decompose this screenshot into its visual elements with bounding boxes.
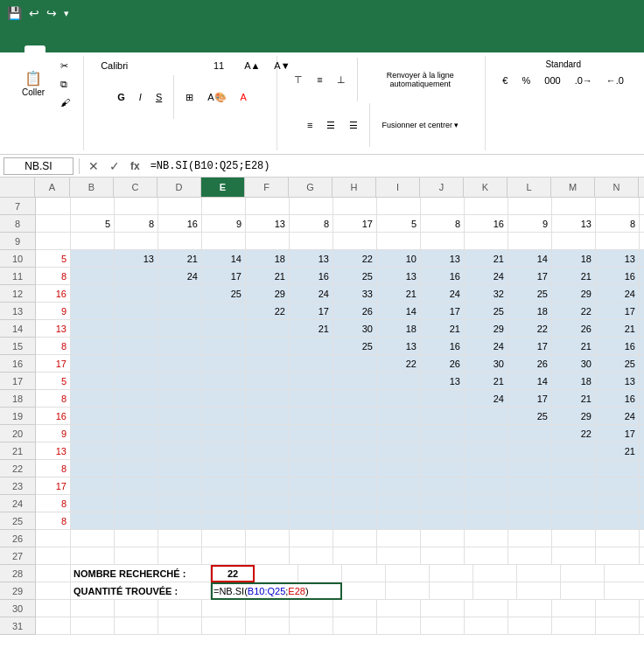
- cell-D16[interactable]: [158, 355, 202, 373]
- cell-H17[interactable]: [333, 373, 377, 390]
- cell-K21[interactable]: [465, 442, 508, 460]
- cell-I12[interactable]: 21: [377, 285, 421, 303]
- tab-mise-en-page[interactable]: [66, 45, 88, 52]
- cell-B30[interactable]: [71, 600, 115, 617]
- coller-button[interactable]: 📋 Coller: [14, 67, 52, 101]
- cell-K19[interactable]: [465, 408, 508, 425]
- cell-L23[interactable]: [508, 477, 552, 495]
- cell-D14[interactable]: [158, 320, 202, 338]
- cell-O16[interactable]: 34: [640, 355, 644, 373]
- cell-M12[interactable]: 29: [552, 285, 596, 303]
- cell-A30[interactable]: [36, 600, 71, 617]
- cell-N30[interactable]: [596, 600, 640, 617]
- cell-A26[interactable]: [36, 530, 71, 547]
- cell-H8[interactable]: 17: [333, 215, 377, 233]
- cell-C25[interactable]: [115, 512, 158, 530]
- cell-M9[interactable]: [552, 233, 596, 250]
- cell-D25[interactable]: [158, 512, 202, 530]
- cell-I22[interactable]: [377, 460, 421, 477]
- cell-M24[interactable]: [552, 495, 596, 512]
- row-header-30[interactable]: 30: [0, 600, 35, 617]
- row-header-22[interactable]: 22: [0, 460, 35, 477]
- cell-L16[interactable]: 26: [508, 355, 552, 373]
- cell-E25[interactable]: [202, 512, 246, 530]
- cell-J30[interactable]: [421, 600, 465, 617]
- row-header-19[interactable]: 19: [0, 408, 35, 425]
- cell-J8[interactable]: 8: [421, 215, 465, 233]
- cell-H24[interactable]: [333, 495, 377, 512]
- cell-L14[interactable]: 22: [508, 320, 552, 338]
- cell-O22[interactable]: 25: [640, 460, 644, 477]
- cell-B24[interactable]: [71, 495, 115, 512]
- cell-J23[interactable]: [421, 477, 465, 495]
- cell-E29[interactable]: =NB.SI(B10:Q25;E28): [211, 582, 342, 600]
- wrap-text-button[interactable]: Renvoyer à la ligne automatiquement: [362, 68, 478, 91]
- cell-C16[interactable]: [115, 355, 158, 373]
- cell-A17[interactable]: 5: [36, 373, 71, 390]
- cell-I30[interactable]: [377, 600, 421, 617]
- cell-L19[interactable]: 25: [508, 408, 552, 425]
- cell-M18[interactable]: 21: [552, 390, 596, 408]
- cell-O21[interactable]: 30: [640, 442, 644, 460]
- cell-E26[interactable]: [202, 530, 246, 547]
- cell-G25[interactable]: [290, 512, 333, 530]
- cell-F17[interactable]: [246, 373, 290, 390]
- cell-G11[interactable]: 16: [290, 268, 333, 285]
- cancel-formula-button[interactable]: ✕: [85, 157, 102, 175]
- increase-decimal-button[interactable]: .0→: [569, 73, 598, 88]
- tab-fichier[interactable]: [4, 45, 24, 52]
- font-color-button[interactable]: A: [234, 89, 253, 105]
- cell-C21[interactable]: [115, 442, 158, 460]
- cell-H31[interactable]: [333, 617, 377, 635]
- cell-K26[interactable]: [465, 530, 508, 547]
- cell-B10[interactable]: [71, 250, 115, 268]
- cell-I7[interactable]: [377, 198, 421, 215]
- cell-A11[interactable]: 8: [36, 268, 71, 285]
- cell-J19[interactable]: [421, 408, 465, 425]
- cell-E9[interactable]: [202, 233, 246, 250]
- merge-center-button[interactable]: Fusionner et centrer ▾: [375, 118, 465, 132]
- cell-I20[interactable]: [377, 425, 421, 442]
- cell-A28[interactable]: [36, 565, 71, 582]
- cell-D8[interactable]: 16: [158, 215, 202, 233]
- cell-G9[interactable]: [290, 233, 333, 250]
- cell-D15[interactable]: [158, 338, 202, 355]
- cell-H9[interactable]: [333, 233, 377, 250]
- cell-F19[interactable]: [246, 408, 290, 425]
- cell-N10[interactable]: 13: [596, 250, 640, 268]
- cell-F9[interactable]: [246, 233, 290, 250]
- cell-I19[interactable]: [377, 408, 421, 425]
- cell-J21[interactable]: [421, 442, 465, 460]
- cell-E28[interactable]: 22: [211, 565, 255, 582]
- cell-B20[interactable]: [71, 425, 115, 442]
- cell-G16[interactable]: [290, 355, 333, 373]
- cell-G18[interactable]: [290, 390, 333, 408]
- decrease-decimal-button[interactable]: ←.0: [600, 73, 630, 88]
- cell-E18[interactable]: [202, 390, 246, 408]
- tab-accueil[interactable]: [24, 45, 46, 52]
- cell-F16[interactable]: [246, 355, 290, 373]
- cell-L7[interactable]: [508, 198, 552, 215]
- cell-G24[interactable]: [290, 495, 333, 512]
- cell-C17[interactable]: [115, 373, 158, 390]
- cell-A15[interactable]: 8: [36, 338, 71, 355]
- cell-K31[interactable]: [465, 617, 508, 635]
- cell-M20[interactable]: 22: [552, 425, 596, 442]
- cell-B29[interactable]: QUANTITÉ TROUVÉE :: [71, 582, 211, 600]
- cell-D20[interactable]: [158, 425, 202, 442]
- cell-F20[interactable]: [246, 425, 290, 442]
- cell-N21[interactable]: 21: [596, 442, 640, 460]
- cell-I29[interactable]: [473, 582, 517, 600]
- cell-J25[interactable]: [421, 512, 465, 530]
- col-header-G[interactable]: G: [289, 178, 332, 197]
- cell-C24[interactable]: [115, 495, 158, 512]
- cell-H29[interactable]: [430, 582, 473, 600]
- row-header-9[interactable]: 9: [0, 233, 35, 250]
- cell-M17[interactable]: 18: [552, 373, 596, 390]
- cell-L18[interactable]: 17: [508, 390, 552, 408]
- cell-C30[interactable]: [115, 600, 158, 617]
- row-header-25[interactable]: 25: [0, 512, 35, 530]
- cell-B22[interactable]: [71, 460, 115, 477]
- col-header-D[interactable]: D: [158, 178, 201, 197]
- cell-M31[interactable]: [552, 617, 596, 635]
